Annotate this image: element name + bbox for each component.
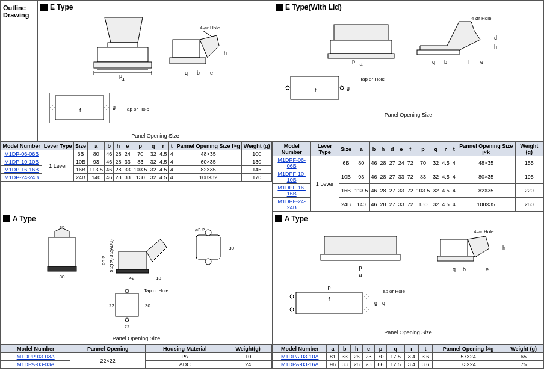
svg-rect-72: [437, 256, 474, 261]
cell: 108×32: [175, 174, 242, 182]
col-header: e: [397, 142, 406, 156]
col-header: Size: [339, 142, 353, 156]
svg-text:4-⌀r Hole: 4-⌀r Hole: [474, 229, 494, 234]
cell: 24: [397, 156, 406, 170]
cell: 46: [105, 158, 114, 166]
cell: 83: [415, 170, 431, 184]
svg-point-81: [290, 308, 294, 311]
cell: 4: [451, 170, 457, 184]
cell: M1DPF-24-24B: [273, 198, 311, 212]
cell: 32: [149, 166, 158, 174]
svg-text:q: q: [453, 266, 456, 272]
cell: 82×35: [175, 166, 242, 174]
sidebar-line2: Drawing: [3, 11, 29, 19]
svg-point-40: [340, 86, 344, 90]
cell: 80×35: [457, 170, 515, 184]
etype-lid-table: Model NumberLever TypeSizeabhdefpqrtPann…: [273, 142, 543, 212]
col-header: b: [339, 345, 351, 353]
cell: 24B: [339, 198, 353, 212]
cell: 72: [406, 198, 415, 212]
cell: 4: [451, 156, 457, 170]
cell: 32: [431, 170, 440, 184]
etype-lid-block-icon: [276, 4, 283, 11]
cell: 155: [515, 156, 543, 170]
cell: 28: [114, 150, 123, 158]
svg-text:b: b: [197, 70, 200, 76]
svg-text:4-⌀r Hole: 4-⌀r Hole: [471, 16, 492, 21]
cell: 4.5: [158, 174, 168, 182]
cell: 28: [114, 158, 123, 166]
svg-rect-10: [170, 58, 206, 64]
cell: 81: [327, 353, 339, 361]
cell: 48×35: [457, 156, 515, 170]
col-header: Housing Material: [145, 345, 224, 353]
cell: 4: [168, 150, 175, 158]
cell: 32: [149, 174, 158, 182]
cell: 32: [149, 158, 158, 166]
svg-point-23: [105, 106, 108, 109]
cell: 70: [132, 150, 149, 158]
atype-right-label: A Type: [285, 215, 308, 223]
cell: 33: [339, 361, 351, 369]
cell: 4: [168, 158, 175, 166]
cell: 65: [504, 353, 543, 361]
cell: 3.4: [404, 361, 418, 369]
cell: 72: [406, 184, 415, 198]
cell: 46: [105, 166, 114, 174]
svg-text:e: e: [480, 59, 483, 65]
cell: M1DPA-03-03A: [1, 361, 70, 369]
cell: 113.5: [88, 166, 105, 174]
col-header: r: [404, 345, 418, 353]
svg-text:q: q: [185, 70, 188, 76]
svg-rect-67: [324, 236, 397, 254]
etype-lid-side-view: 4-⌀r Hole d h q b f e: [411, 13, 501, 67]
col-header: Size: [73, 142, 87, 150]
cell: 72: [406, 170, 415, 184]
svg-text:p: p: [119, 73, 122, 79]
svg-text:h: h: [224, 50, 227, 56]
cell: M1DP-16-16B: [1, 166, 42, 174]
cell: 73×24: [433, 361, 504, 369]
cell: 33: [123, 166, 132, 174]
col-header: t: [168, 142, 175, 150]
atype-left-block-icon: [3, 215, 10, 222]
etype-panel-caption: Panel Opening Size: [40, 133, 270, 139]
svg-rect-45: [48, 266, 76, 271]
svg-point-22: [51, 106, 54, 109]
atype-left-label: A Type: [13, 215, 36, 223]
cell: 27: [388, 184, 397, 198]
atype-left-panel-caption: Panel Opening Size: [100, 335, 173, 341]
svg-rect-26: [330, 40, 392, 54]
svg-rect-30: [417, 50, 459, 55]
cell: 16B: [339, 184, 353, 198]
svg-text:g: g: [347, 85, 350, 91]
svg-rect-60: [116, 293, 138, 316]
cell: 16B: [73, 166, 87, 174]
etype-lid-label: E Type(With Lid): [285, 3, 342, 11]
cell: 70: [415, 156, 431, 170]
col-header: p: [415, 142, 431, 156]
cell: 46: [105, 150, 114, 158]
svg-text:e: e: [210, 70, 213, 76]
col-header: q: [431, 142, 440, 156]
cell: M1DPF-06-06B: [273, 156, 311, 170]
cell: M1DPA-03-16A: [273, 361, 327, 369]
cell: 260: [515, 198, 543, 212]
col-header: Lever Type: [42, 142, 74, 150]
cell: 10B: [339, 170, 353, 184]
cell: 33: [397, 170, 406, 184]
atype-left-top: 35 30: [37, 224, 91, 281]
cell: 57×24: [433, 353, 504, 361]
cell: 27: [388, 198, 397, 212]
col-header: Pannel Opening Size j×k: [457, 142, 515, 156]
cell: 195: [515, 170, 543, 184]
cell: M1DPA-03-10A: [273, 353, 327, 361]
etype-front-view: a p: [81, 13, 159, 85]
cell: 32: [431, 156, 440, 170]
col-header: h: [114, 142, 123, 150]
cell: 170: [242, 174, 272, 182]
sidebar-line1: Outline: [3, 4, 26, 11]
col-header: Model Number: [273, 142, 311, 156]
svg-point-57: [205, 259, 211, 265]
col-header: Pannel Opening: [70, 345, 146, 353]
